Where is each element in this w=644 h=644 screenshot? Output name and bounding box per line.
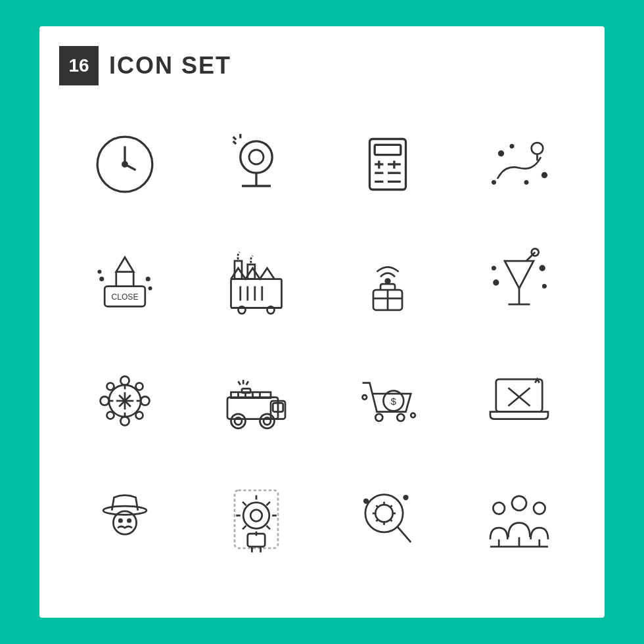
clock-icon — [89, 128, 161, 200]
svg-point-105 — [243, 503, 269, 529]
svg-point-67 — [136, 412, 143, 419]
svg-point-63 — [141, 396, 149, 405]
svg-point-103 — [119, 519, 122, 522]
svg-point-36 — [149, 287, 151, 289]
cocktail-icon — [483, 246, 555, 319]
svg-line-126 — [376, 505, 378, 507]
svg-point-132 — [512, 496, 526, 511]
group-icon — [483, 483, 555, 555]
svg-line-129 — [390, 519, 392, 521]
map-location-icon — [483, 128, 555, 200]
svg-line-114 — [266, 526, 270, 530]
shopping-cart-dollar-icon: $ — [352, 365, 424, 437]
svg-point-56 — [540, 266, 545, 271]
svg-rect-12 — [375, 145, 401, 154]
shopping-cart-dollar-icon-cell: $ — [329, 348, 447, 453]
virus-icon — [89, 365, 161, 437]
svg-point-26 — [525, 181, 528, 183]
svg-rect-5 — [246, 147, 266, 167]
close-sign-icon: CLOSE — [89, 246, 161, 319]
page-title: ICON SET — [109, 52, 231, 80]
svg-point-25 — [492, 181, 495, 183]
factory-icon-cell — [197, 230, 315, 335]
svg-line-127 — [390, 505, 392, 507]
svg-point-3 — [123, 162, 127, 167]
gear-robot-icon — [220, 483, 292, 555]
icon-grid: CLOSE — [59, 105, 585, 578]
card: 16 ICON SET — [39, 26, 605, 618]
svg-point-34 — [147, 277, 149, 280]
laptop-error-icon — [483, 365, 555, 437]
svg-point-27 — [511, 145, 513, 147]
svg-line-9 — [233, 137, 236, 139]
svg-point-57 — [543, 285, 545, 287]
svg-point-133 — [493, 503, 505, 515]
map-location-icon-cell — [460, 112, 578, 217]
svg-point-96 — [363, 395, 367, 400]
svg-point-84 — [231, 414, 246, 428]
cowboy-icon — [89, 483, 161, 555]
medicine-stand-icon — [220, 128, 292, 200]
factory-icon — [220, 246, 292, 319]
svg-rect-88 — [242, 388, 250, 393]
svg-point-60 — [120, 377, 129, 385]
svg-text:CLOSE: CLOSE — [112, 292, 139, 302]
svg-line-112 — [266, 502, 270, 506]
svg-point-35 — [99, 271, 101, 273]
virus-icon-cell — [66, 348, 184, 453]
person-wifi-icon — [352, 246, 424, 319]
laptop-error-icon-cell — [460, 348, 578, 453]
svg-rect-98 — [496, 379, 542, 412]
svg-point-47 — [386, 279, 390, 284]
svg-marker-28 — [116, 258, 133, 272]
svg-point-65 — [136, 383, 143, 390]
svg-point-104 — [127, 519, 130, 522]
magnify-virus-icon-cell — [329, 467, 447, 572]
svg-text:$: $ — [391, 396, 397, 407]
calculator-icon-cell — [329, 112, 447, 217]
close-sign-icon-cell: CLOSE — [66, 230, 184, 335]
svg-point-97 — [411, 413, 415, 418]
magnify-virus-icon — [352, 483, 424, 555]
svg-line-113 — [242, 526, 246, 530]
svg-line-53 — [526, 252, 535, 261]
gear-robot-icon-cell — [197, 467, 315, 572]
svg-line-89 — [239, 381, 241, 385]
group-icon-cell — [460, 467, 578, 572]
svg-point-134 — [534, 503, 545, 515]
cowboy-icon-cell — [66, 467, 184, 572]
svg-point-66 — [107, 412, 114, 419]
fire-truck-icon — [220, 365, 292, 437]
svg-point-131 — [404, 495, 408, 499]
cocktail-icon-cell — [460, 230, 578, 335]
svg-point-21 — [532, 143, 543, 154]
svg-point-62 — [101, 396, 109, 405]
header: 16 ICON SET — [59, 46, 585, 85]
svg-line-120 — [397, 526, 411, 542]
svg-line-111 — [242, 502, 246, 506]
fire-truck-icon-cell — [197, 348, 315, 453]
svg-point-130 — [364, 499, 368, 503]
calculator-icon — [352, 128, 424, 200]
svg-rect-37 — [231, 279, 282, 308]
svg-point-86 — [260, 414, 275, 428]
svg-point-54 — [532, 248, 539, 256]
medicine-stand-icon-cell — [197, 112, 315, 217]
svg-point-94 — [375, 414, 382, 421]
svg-line-8 — [233, 141, 236, 144]
svg-point-4 — [241, 141, 272, 173]
svg-point-64 — [107, 383, 114, 390]
svg-point-24 — [542, 173, 547, 177]
svg-point-55 — [494, 281, 499, 285]
svg-point-61 — [120, 417, 129, 425]
svg-point-23 — [499, 151, 503, 156]
svg-point-106 — [250, 510, 262, 522]
person-wifi-icon-cell — [329, 230, 447, 335]
clock-icon-cell — [66, 112, 184, 217]
svg-line-128 — [376, 519, 378, 521]
number-badge: 16 — [59, 46, 99, 85]
svg-point-58 — [492, 267, 495, 269]
svg-rect-38 — [235, 261, 242, 279]
svg-line-90 — [246, 381, 248, 385]
svg-point-33 — [101, 277, 103, 280]
